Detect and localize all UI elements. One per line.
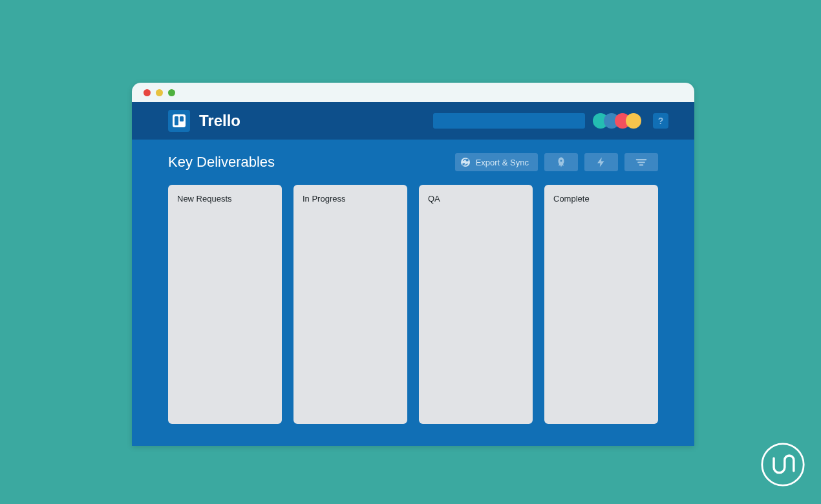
svg-rect-2 <box>180 116 184 121</box>
list-title: QA <box>428 194 524 204</box>
search-input[interactable] <box>433 113 585 129</box>
board-bar: Key Deliverables Export & Sync <box>168 140 658 185</box>
help-button[interactable]: ? <box>653 113 668 129</box>
window-close-icon[interactable] <box>144 89 151 96</box>
export-sync-button[interactable]: Export & Sync <box>455 153 538 171</box>
member-avatars[interactable] <box>593 113 641 129</box>
svg-rect-4 <box>636 159 647 160</box>
powerups-button[interactable] <box>544 153 578 171</box>
filter-button[interactable] <box>624 153 658 171</box>
window-minimize-icon[interactable] <box>156 89 163 96</box>
avatar[interactable] <box>626 113 641 129</box>
board-title: Key Deliverables <box>168 154 275 171</box>
app-header: Trello ? <box>132 102 694 140</box>
app-window: Trello ? Key Deliverables <box>132 83 694 446</box>
list-title: In Progress <box>303 194 398 204</box>
list-title: Complete <box>553 194 649 204</box>
brand-label: Trello <box>199 112 240 130</box>
filter-icon <box>635 156 648 168</box>
window-titlebar <box>132 83 694 102</box>
list-new-requests[interactable]: New Requests <box>168 185 282 424</box>
svg-rect-6 <box>639 164 644 165</box>
sync-icon <box>460 157 471 167</box>
window-maximize-icon[interactable] <box>168 89 175 96</box>
board-tool-buttons: Export & Sync <box>455 153 658 171</box>
unito-watermark-icon <box>760 442 805 487</box>
list-complete[interactable]: Complete <box>544 185 658 424</box>
help-icon: ? <box>658 116 664 126</box>
board-area: Key Deliverables Export & Sync <box>132 140 694 446</box>
svg-point-7 <box>762 444 804 485</box>
list-title: New Requests <box>177 194 273 204</box>
automation-button[interactable] <box>584 153 618 171</box>
board-lists: New Requests In Progress QA Complete <box>168 185 658 424</box>
list-in-progress[interactable]: In Progress <box>293 185 407 424</box>
export-label: Export & Sync <box>476 158 529 167</box>
lightning-icon <box>595 156 607 168</box>
rocket-icon <box>555 156 567 168</box>
list-qa[interactable]: QA <box>419 185 533 424</box>
svg-rect-5 <box>637 162 645 163</box>
svg-rect-1 <box>175 116 178 125</box>
trello-logo-icon[interactable] <box>168 110 190 132</box>
